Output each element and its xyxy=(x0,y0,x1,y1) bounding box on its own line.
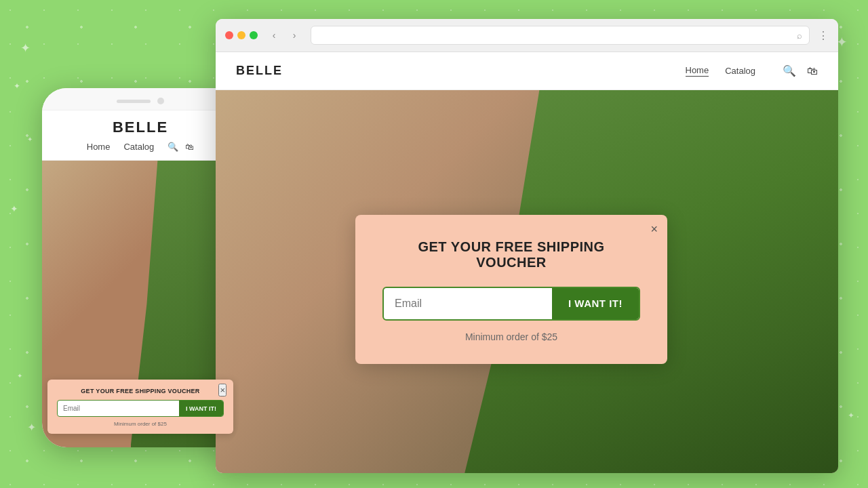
sparkle-1: ✦ xyxy=(20,41,31,56)
browser-dot-red[interactable] xyxy=(225,31,233,39)
mobile-camera xyxy=(157,98,164,104)
store-header: BELLE Home Catalog 🔍 🛍 xyxy=(216,52,838,90)
store-nav: Home Catalog xyxy=(686,65,756,77)
submit-button[interactable]: I WANT IT! xyxy=(552,288,639,319)
browser-back-button[interactable]: ‹ xyxy=(266,27,282,43)
mobile-search-icon[interactable]: 🔍 xyxy=(167,142,178,152)
sparkle-8: ✦ xyxy=(848,411,854,420)
popup-form: I WANT IT! xyxy=(382,287,640,321)
browser-chrome: ‹ › ⌕ ⋮ xyxy=(216,19,838,52)
search-icon[interactable]: 🔍 xyxy=(783,64,796,77)
url-search-icon: ⌕ xyxy=(797,30,802,41)
mobile-popup-form: I WANT IT! xyxy=(57,400,224,417)
mobile-top-bar xyxy=(42,88,239,110)
browser-dots xyxy=(225,31,258,39)
popup-footnote: Minimum order of $25 xyxy=(382,331,640,342)
popup-modal: × GET YOUR FREE SHIPPING VOUCHER I WANT … xyxy=(355,215,667,364)
mobile-submit-button[interactable]: I WANT IT! xyxy=(179,401,223,416)
mobile-popup: × GET YOUR FREE SHIPPING VOUCHER I WANT … xyxy=(47,380,233,434)
mobile-nav-catalog[interactable]: Catalog xyxy=(123,142,154,152)
mobile-popup-close-button[interactable]: × xyxy=(218,384,226,396)
store-header-icons: 🔍 🛍 xyxy=(783,64,818,77)
mobile-nav-icons: 🔍 🛍 xyxy=(167,142,194,152)
browser-dot-green[interactable] xyxy=(250,31,258,39)
cart-icon[interactable]: 🛍 xyxy=(807,65,818,77)
email-input[interactable] xyxy=(384,288,552,319)
browser-nav: ‹ › xyxy=(266,27,302,43)
mobile-email-input[interactable] xyxy=(58,401,179,416)
browser-forward-button[interactable]: › xyxy=(286,27,302,43)
sparkle-6: ✦ xyxy=(17,372,22,380)
mobile-phone: BELLE Home Catalog 🔍 🛍 × GET YOUR FREE S… xyxy=(42,88,239,447)
mobile-nav: Home Catalog 🔍 🛍 xyxy=(49,136,232,155)
popup-close-button[interactable]: × xyxy=(650,223,658,235)
sparkle-2: ✦ xyxy=(14,81,20,91)
browser-dot-yellow[interactable] xyxy=(237,31,245,39)
mobile-cart-icon[interactable]: 🛍 xyxy=(185,142,194,152)
popup-title: GET YOUR FREE SHIPPING VOUCHER xyxy=(382,239,640,270)
mobile-speaker xyxy=(117,100,151,103)
sparkle-5: ✦ xyxy=(27,421,36,434)
nav-catalog[interactable]: Catalog xyxy=(725,66,755,76)
mobile-store-header: BELLE Home Catalog 🔍 🛍 xyxy=(42,110,239,161)
browser-url-bar[interactable]: ⌕ xyxy=(311,26,810,45)
mobile-popup-title: GET YOUR FREE SHIPPING VOUCHER xyxy=(57,388,224,394)
nav-home[interactable]: Home xyxy=(686,65,709,77)
sparkle-3: ✦ xyxy=(27,136,33,143)
browser-menu-button[interactable]: ⋮ xyxy=(818,29,829,42)
sparkle-4: ✦ xyxy=(10,203,18,214)
mobile-nav-home[interactable]: Home xyxy=(87,142,111,152)
hero-area: × GET YOUR FREE SHIPPING VOUCHER I WANT … xyxy=(216,90,838,473)
store-logo: BELLE xyxy=(236,64,283,78)
mobile-logo: BELLE xyxy=(49,119,232,136)
mobile-hero: × GET YOUR FREE SHIPPING VOUCHER I WANT … xyxy=(42,161,239,447)
browser-window: ‹ › ⌕ ⋮ BELLE Home Catalog 🔍 🛍 × GET YOU… xyxy=(216,19,838,473)
mobile-popup-footnote: Minimum order of $25 xyxy=(57,421,224,427)
